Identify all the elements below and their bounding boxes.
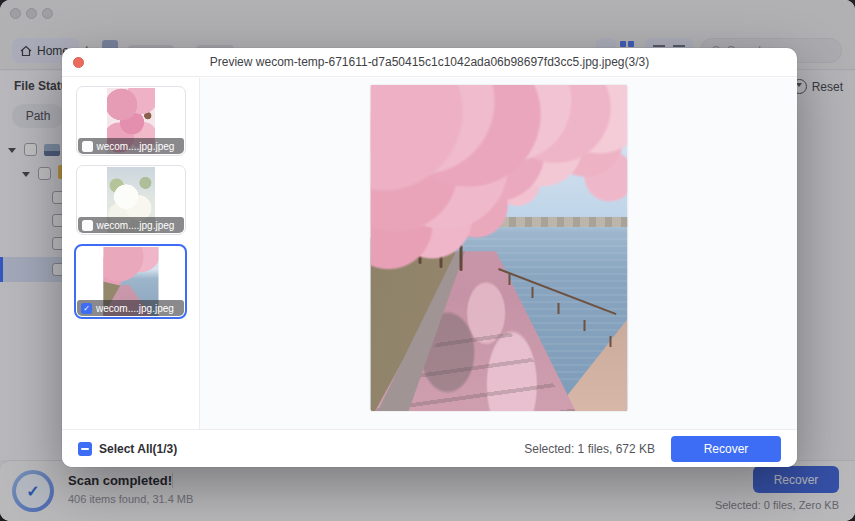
thumbnail-item-2[interactable]: wecom....jpg.jpeg xyxy=(76,165,186,235)
dialog-titlebar: Preview wecom-temp-671611-d7a50415c1c104… xyxy=(62,48,797,77)
select-all-label: Select All(1/3) xyxy=(99,442,177,456)
recover-button[interactable]: Recover xyxy=(671,436,781,462)
checkbox-checked[interactable]: ✓ xyxy=(81,303,92,314)
selected-summary: Selected: 1 files, 672 KB xyxy=(524,442,655,456)
dialog-title: Preview wecom-temp-671611-d7a50415c1c104… xyxy=(210,55,649,69)
file-name: wecom....jpg.jpeg xyxy=(96,303,174,314)
thumbnail-item-1[interactable]: wecom....jpg.jpeg xyxy=(76,86,186,156)
app-window: Home ↑ Search File Status Path xyxy=(0,0,855,521)
thumbnail-list: wecom....jpg.jpeg wecom....jpg.jpeg xyxy=(62,78,200,429)
thumbnail-label-bar: wecom....jpg.jpeg xyxy=(78,217,184,233)
dialog-footer: Select All(1/3) Selected: 1 files, 672 K… xyxy=(62,429,797,467)
preview-dialog: Preview wecom-temp-671611-d7a50415c1c104… xyxy=(62,48,797,467)
thumbnail-item-3-selected[interactable]: ✓ wecom....jpg.jpeg xyxy=(74,244,187,319)
photo-blossom-canopy xyxy=(370,85,627,411)
checkbox-unchecked[interactable] xyxy=(82,141,93,152)
select-all-checkbox-indeterminate[interactable] xyxy=(78,442,92,456)
file-name: wecom....jpg.jpeg xyxy=(97,141,175,152)
thumbnail-label-bar: wecom....jpg.jpeg xyxy=(78,138,184,154)
preview-pane xyxy=(200,78,797,429)
thumbnail-label-bar: ✓ wecom....jpg.jpeg xyxy=(77,300,184,316)
file-name: wecom....jpg.jpeg xyxy=(97,220,175,231)
close-button[interactable] xyxy=(73,57,84,68)
preview-photo xyxy=(370,85,627,411)
checkbox-unchecked[interactable] xyxy=(82,220,93,231)
